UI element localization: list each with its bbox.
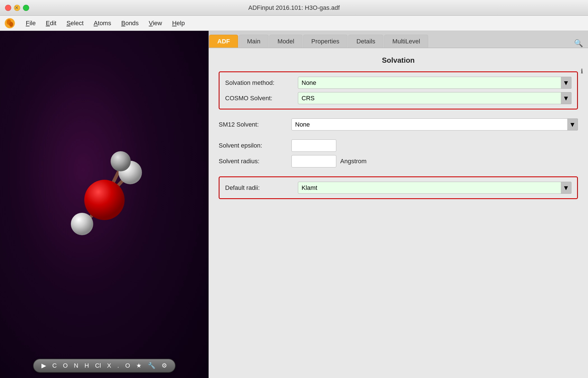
- tab-multilevel[interactable]: MultiLevel: [384, 35, 428, 48]
- star-icon[interactable]: ★: [136, 362, 142, 369]
- element-H[interactable]: H: [85, 362, 89, 369]
- angstrom-label: Angstrom: [340, 158, 367, 165]
- main-layout: ▶ C O N H Cl X . O ★ 🔧 ⚙ ADF Main: [0, 31, 588, 378]
- cursor-icon[interactable]: ▶: [41, 362, 46, 369]
- solvation-method-section: Solvation method: None COSMO SM12 COSMO-…: [219, 71, 578, 109]
- solvent-epsilon-label: Solvent epsilon:: [219, 142, 291, 149]
- tab-main[interactable]: Main: [239, 35, 269, 48]
- titlebar: ✕ ADFinput 2016.101: H3O-gas.adf: [0, 0, 588, 16]
- solvent-radius-input[interactable]: [291, 155, 336, 167]
- menu-view[interactable]: View: [144, 18, 167, 29]
- svg-point-8: [111, 151, 131, 171]
- sm12-section: SM12 Solvent: None Water Methanol ▼: [219, 116, 578, 133]
- tab-adf[interactable]: ADF: [209, 35, 238, 48]
- cosmo-solvent-row: COSMO Solvent: CRS Water Methanol ▼: [225, 92, 571, 104]
- element-toolbar[interactable]: ▶ C O N H Cl X . O ★ 🔧 ⚙: [33, 359, 176, 373]
- close-icon: ✕: [15, 5, 19, 11]
- info-icon[interactable]: ℹ: [581, 68, 583, 75]
- solvent-radius-row: Solvent radius: Angstrom: [219, 155, 578, 167]
- tab-properties[interactable]: Properties: [303, 35, 347, 48]
- app-logo: [4, 17, 16, 29]
- svg-point-6: [84, 180, 125, 220]
- menu-edit[interactable]: Edit: [41, 18, 61, 29]
- search-icon[interactable]: 🔍: [570, 39, 587, 48]
- svg-point-2: [9, 22, 13, 27]
- default-radii-row: Default radii: Klamt Allinger UFF ▼: [225, 182, 571, 194]
- cosmo-solvent-label: COSMO Solvent:: [225, 95, 298, 102]
- panel-content: Solvation ℹ Solvation method: None COSMO…: [209, 48, 588, 378]
- element-dot[interactable]: .: [117, 362, 119, 369]
- sm12-solvent-label: SM12 Solvent:: [219, 121, 291, 128]
- close-button[interactable]: [5, 5, 11, 11]
- wrench-icon[interactable]: 🔧: [148, 362, 155, 369]
- menu-bonds[interactable]: Bonds: [116, 18, 144, 29]
- default-radii-section: Default radii: Klamt Allinger UFF ▼: [219, 176, 578, 199]
- menu-file[interactable]: File: [21, 18, 41, 29]
- element-O2[interactable]: O: [125, 362, 130, 369]
- cosmo-solvent-wrapper: CRS Water Methanol ▼: [298, 92, 571, 104]
- tab-bar: ADF Main Model Properties Details MultiL…: [209, 31, 588, 48]
- element-Cl[interactable]: Cl: [95, 362, 101, 369]
- svg-point-9: [71, 213, 93, 235]
- section-title: Solvation: [219, 56, 578, 65]
- molecule-area: [0, 31, 209, 358]
- menu-help[interactable]: Help: [167, 18, 190, 29]
- default-radii-label: Default radii:: [225, 184, 298, 192]
- viewport[interactable]: ▶ C O N H Cl X . O ★ 🔧 ⚙: [0, 31, 209, 378]
- default-radii-wrapper: Klamt Allinger UFF ▼: [298, 182, 571, 194]
- solvation-method-label: Solvation method:: [225, 79, 298, 87]
- default-radii-select[interactable]: Klamt Allinger UFF: [298, 182, 571, 194]
- settings-icon[interactable]: ⚙: [162, 362, 167, 369]
- window-title: ADFinput 2016.101: H3O-gas.adf: [248, 4, 340, 11]
- sm12-solvent-select[interactable]: None Water Methanol: [291, 118, 578, 130]
- tab-details[interactable]: Details: [348, 35, 383, 48]
- menu-select[interactable]: Select: [61, 18, 88, 29]
- maximize-button[interactable]: [23, 5, 29, 11]
- sm12-solvent-wrapper: None Water Methanol ▼: [291, 118, 578, 130]
- element-X[interactable]: X: [107, 362, 111, 369]
- solvation-method-row: Solvation method: None COSMO SM12 COSMO-…: [225, 77, 571, 89]
- tab-model[interactable]: Model: [269, 35, 302, 48]
- solvent-epsilon-input[interactable]: [291, 139, 336, 152]
- solvent-radius-label: Solvent radius:: [219, 158, 291, 165]
- element-O[interactable]: O: [63, 362, 68, 369]
- sm12-solvent-row: SM12 Solvent: None Water Methanol ▼: [219, 116, 578, 133]
- menu-atoms[interactable]: Atoms: [89, 18, 116, 29]
- solvation-method-select[interactable]: None COSMO SM12 COSMO-RS: [298, 77, 571, 89]
- right-panel: ADF Main Model Properties Details MultiL…: [209, 31, 588, 378]
- molecule-display: [46, 136, 163, 253]
- solvent-epsilon-row: Solvent epsilon:: [219, 139, 578, 152]
- epsilon-radius-section: Solvent epsilon: Solvent radius: Angstro…: [219, 139, 578, 167]
- element-C[interactable]: C: [52, 362, 57, 369]
- cosmo-solvent-select[interactable]: CRS Water Methanol: [298, 92, 571, 104]
- bottom-toolbar: ▶ C O N H Cl X . O ★ 🔧 ⚙: [0, 358, 209, 378]
- menubar: File Edit Select Atoms Bonds View Help: [0, 16, 588, 31]
- element-N[interactable]: N: [74, 362, 78, 369]
- solvation-method-wrapper: None COSMO SM12 COSMO-RS ▼: [298, 77, 571, 89]
